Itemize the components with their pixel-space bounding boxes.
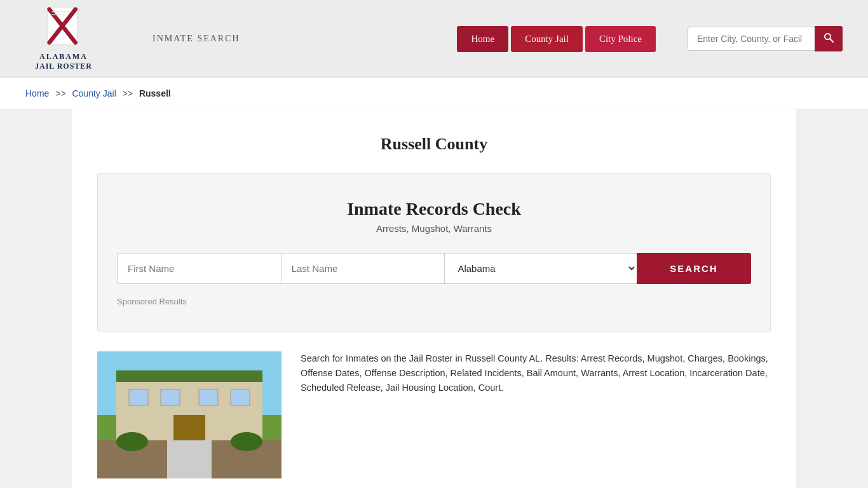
page-title: Russell County	[97, 135, 771, 154]
last-name-input[interactable]	[281, 253, 445, 284]
breadcrumb: Home >> County Jail >> Russell	[0, 78, 868, 109]
svg-rect-4	[51, 14, 66, 15]
svg-rect-12	[129, 390, 148, 405]
svg-rect-19	[167, 440, 212, 478]
breadcrumb-home-link[interactable]: Home	[25, 88, 49, 98]
alabama-logo-icon	[43, 6, 85, 51]
inmate-search-button[interactable]: SEARCH	[637, 253, 751, 284]
first-name-input[interactable]	[117, 253, 281, 284]
breadcrumb-sep2: >>	[123, 88, 133, 98]
main-nav: Home County Jail City Police	[457, 26, 656, 52]
svg-rect-14	[199, 390, 218, 405]
svg-point-17	[116, 432, 148, 451]
records-subtitle: Arrests, Mugshot, Warrants	[117, 223, 751, 234]
bottom-section: Search for Inmates on the Jail Roster in…	[97, 351, 771, 478]
search-icon	[824, 32, 834, 43]
description-text: Search for Inmates on the Jail Roster in…	[301, 351, 771, 478]
site-header: ALABAMA JAIL ROSTER INMATE SEARCH Home C…	[0, 0, 868, 78]
nav-city-police-button[interactable]: City Police	[585, 26, 656, 52]
svg-rect-3	[51, 11, 69, 12]
records-title: Inmate Records Check	[117, 199, 751, 219]
breadcrumb-current: Russell	[139, 88, 171, 98]
svg-rect-13	[161, 390, 180, 405]
header-search-button[interactable]	[815, 26, 843, 51]
header-search-bar	[688, 26, 843, 51]
nav-county-jail-button[interactable]: County Jail	[511, 26, 583, 52]
svg-point-18	[231, 432, 262, 451]
sponsored-label: Sponsored Results	[117, 297, 751, 306]
building-illustration	[97, 351, 281, 478]
site-logo[interactable]: ALABAMA JAIL ROSTER	[25, 6, 102, 71]
records-check-box: Inmate Records Check Arrests, Mugshot, W…	[97, 173, 771, 332]
building-image	[97, 351, 281, 478]
nav-home-button[interactable]: Home	[457, 26, 508, 52]
svg-rect-16	[173, 415, 205, 440]
svg-line-6	[830, 39, 833, 42]
breadcrumb-sep1: >>	[55, 88, 65, 98]
inmate-search-label: INMATE SEARCH	[153, 34, 240, 44]
state-select[interactable]: Alabama Alaska Arizona Arkansas Californ…	[444, 253, 637, 284]
breadcrumb-county-jail-link[interactable]: County Jail	[72, 88, 116, 98]
header-search-input[interactable]	[688, 27, 815, 51]
main-content: Russell County Inmate Records Check Arre…	[72, 109, 796, 488]
svg-rect-11	[116, 370, 262, 382]
inmate-search-form: Alabama Alaska Arizona Arkansas Californ…	[117, 253, 751, 284]
svg-rect-15	[231, 390, 250, 405]
